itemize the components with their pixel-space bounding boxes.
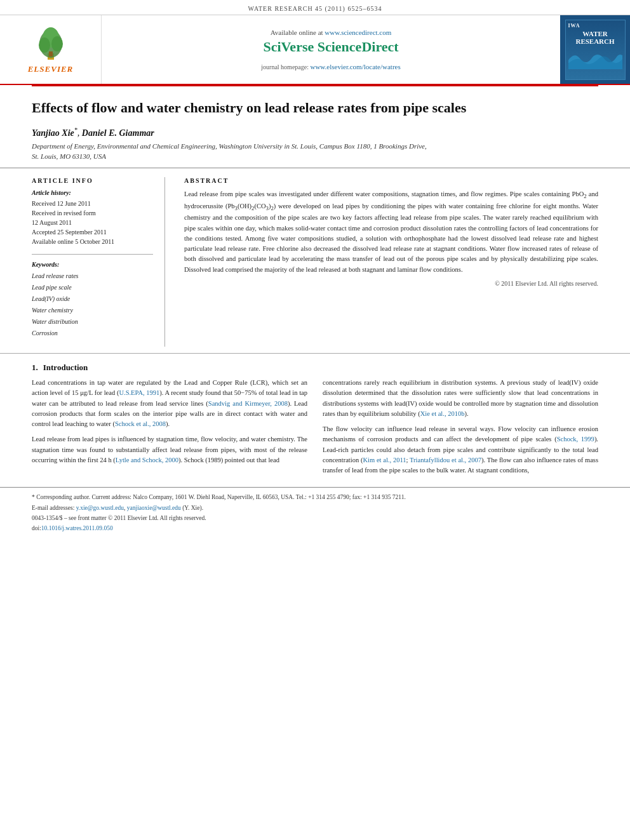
elsevier-label: ELSEVIER [28,64,74,74]
email-link-1[interactable]: y.xie@go.wustl.edu [76,505,124,511]
ref-triantafyllidou-link[interactable]: Triantafyllidou et al., 2007 [410,457,481,463]
copyright-text: © 2011 Elsevier Ltd. All rights reserved… [184,280,598,287]
keywords-list: Lead release rates Lead pipe scale Lead(… [32,270,153,339]
sciverse-brand: SciVerse ScienceDirect [263,39,398,55]
body-content: 1.Introduction Lead concentrations in ta… [0,354,630,487]
intro-title-text: Introduction [43,363,88,372]
banner-right: IWA WATERRESEARCH [560,15,630,84]
article-history-block: Article history: Received 12 June 2011 R… [32,189,153,246]
ref-sandvig-link[interactable]: Sandvig and Kirmeyer, 2008 [208,400,288,407]
keyword-5: Water distribution [32,316,153,328]
article-history-header: Article history: [32,189,153,196]
received-1: Received 12 June 2011 [32,199,153,208]
abstract-text: Lead release from pipe scales was invest… [184,189,598,275]
email-link-2[interactable]: yanjiaoxie@wustl.edu [127,505,181,511]
footnote-doi: doi:10.1016/j.watres.2011.09.050 [32,524,598,533]
elsevier-logo: ELSEVIER [28,25,74,74]
journal-homepage-link[interactable]: www.elsevier.com/locate/watres [310,63,400,70]
footnote-corresponding: * Corresponding author. Current address:… [32,493,598,502]
sciverse-text: SciVerse [263,39,317,55]
keyword-1: Lead release rates [32,270,153,282]
affiliation: Department of Energy, Environmental and … [32,142,598,161]
intro-section-title: 1.Introduction [32,363,598,373]
intro-body-columns: Lead concentrations in tap water are reg… [32,378,598,481]
intro-right-col: concentrations rarely reach equilibrium … [323,378,598,481]
elsevier-tree-icon [29,25,73,63]
footnote-area: * Corresponding author. Current address:… [0,487,630,538]
sciencedirect-text: ScienceDirect [318,39,399,55]
keyword-3: Lead(IV) oxide [32,293,153,305]
ref-schock2008-link[interactable]: Schock et al., 2008 [115,420,166,427]
badge-title-text: WATERRESEARCH [575,30,614,45]
water-research-badge: IWA WATERRESEARCH [565,20,626,80]
journal-header: WATER RESEARCH 45 (2011) 6525–6534 [0,0,630,15]
ref-schock1999-link[interactable]: Schock, 1999 [557,436,594,443]
article-authors: Yanjiao Xie*, Daniel E. Giammar [32,126,598,138]
intro-para-4: The flow velocity can influence lead rel… [323,424,598,476]
keywords-header: Keywords: [32,261,153,268]
accepted-date: Accepted 25 September 2011 [32,227,153,237]
keywords-block: Keywords: Lead release rates Lead pipe s… [32,261,153,339]
abstract-label: ABSTRACT [184,177,598,184]
article-info-column: ARTICLE INFO Article history: Received 1… [32,177,165,347]
footnote-issn: 0043-1354/$ – see front matter © 2011 El… [32,514,598,523]
journal-header-text: WATER RESEARCH 45 (2011) 6525–6534 [248,5,382,12]
author-giammar: Daniel E. Giammar [82,128,154,137]
ref-xie2010-link[interactable]: Xie et al., 2010b [420,410,465,417]
page: WATER RESEARCH 45 (2011) 6525–6534 ELSEV… [0,0,630,840]
svg-point-4 [51,36,63,51]
banner-left: ELSEVIER [0,15,102,84]
article-info-label: ARTICLE INFO [32,177,153,184]
intro-section-number: 1. [32,363,38,372]
keyword-2: Lead pipe scale [32,282,153,293]
ref-usepa-link[interactable]: U.S.EPA, 1991 [119,389,159,396]
available-online-text: Available online at www.sciencedirect.co… [271,29,392,36]
doi-link[interactable]: 10.1016/j.watres.2011.09.050 [41,525,113,531]
keyword-4: Water chemistry [32,305,153,316]
abstract-column: ABSTRACT Lead release from pipe scales w… [184,177,598,347]
banner: ELSEVIER Available online at www.science… [0,15,630,85]
article-title-section: Effects of flow and water chemistry on l… [0,86,630,168]
footnote-email: E-mail addresses: y.xie@go.wustl.edu, ya… [32,503,598,512]
author-separator: , [77,128,82,137]
intro-para-3: concentrations rarely reach equilibrium … [323,378,598,419]
article-info-divider [32,254,153,255]
svg-point-3 [39,37,50,53]
available-online-date: Available online 5 October 2011 [32,237,153,246]
ref-lytle-link[interactable]: Lytle and Schock, 2000 [116,457,178,463]
received-2a: Received in revised form [32,208,153,218]
intro-para-2: Lead release from lead pipes is influenc… [32,434,307,465]
banner-center: Available online at www.sciencedirect.co… [102,15,560,84]
journal-homepage: journal homepage: www.elsevier.com/locat… [261,63,400,70]
keyword-6: Corrosion [32,328,153,339]
intro-para-1: Lead concentrations in tap water are reg… [32,378,307,429]
intro-left-col: Lead concentrations in tap water are reg… [32,378,307,481]
author-xie: Yanjiao Xie [32,128,74,137]
sciverse-url-link[interactable]: www.sciencedirect.com [325,29,391,36]
badge-wave-icon [568,48,622,70]
article-info-abstract-section: ARTICLE INFO Article history: Received 1… [0,168,630,354]
badge-iwa-text: IWA [568,23,580,29]
received-2b: 12 August 2011 [32,218,153,227]
article-title: Effects of flow and water chemistry on l… [32,99,598,117]
ref-kim2011-link[interactable]: Kim et al., 2011 [363,457,406,463]
svg-rect-5 [49,51,53,57]
